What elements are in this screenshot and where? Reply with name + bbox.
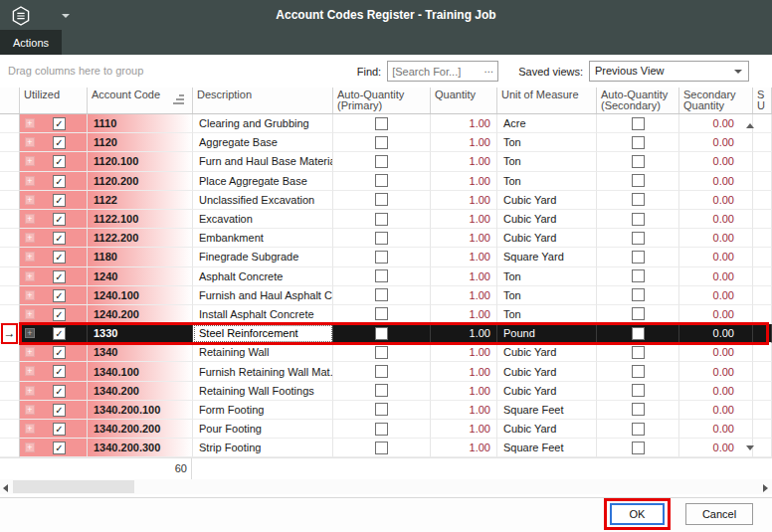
scroll-down-icon[interactable] <box>746 445 754 450</box>
auto-quantity-primary-checkbox[interactable] <box>375 403 388 416</box>
account-code-cell[interactable]: 1340 <box>88 343 193 362</box>
quantity-cell[interactable]: 1.00 <box>431 133 497 152</box>
description-cell[interactable]: Finegrade Subgrade <box>193 248 333 266</box>
auto-quantity-primary-cell[interactable] <box>333 362 431 381</box>
utilized-checkbox[interactable] <box>53 423 66 436</box>
row-indicator-cell[interactable] <box>0 439 20 457</box>
row-indicator-cell[interactable] <box>0 210 20 229</box>
auto-quantity-primary-cell[interactable] <box>333 172 431 191</box>
auto-quantity-primary-cell[interactable] <box>333 229 431 248</box>
secondary-quantity-cell[interactable]: 0.00 <box>679 267 753 286</box>
table-row[interactable]: +1120Aggregate Base1.00Ton0.00 <box>0 133 772 152</box>
column-header-indicator[interactable] <box>0 88 20 113</box>
row-indicator-cell[interactable] <box>0 248 20 266</box>
secondary-quantity-cell[interactable]: 0.00 <box>679 439 753 457</box>
search-input[interactable] <box>392 63 480 80</box>
utilized-checkbox[interactable] <box>53 385 66 398</box>
column-header-secondary-quantity[interactable]: Secondary Quantity <box>679 88 753 113</box>
description-cell[interactable]: Pour Footing <box>193 420 333 439</box>
auto-quantity-secondary-checkbox[interactable] <box>632 155 645 168</box>
column-header-auto-quantity-secondary-[interactable]: Auto-Quantity (Secondary) <box>597 88 679 113</box>
auto-quantity-secondary-checkbox[interactable] <box>632 365 645 378</box>
account-code-cell[interactable]: 1340.200.300 <box>88 439 193 457</box>
quantity-cell[interactable]: 1.00 <box>431 343 497 362</box>
description-cell[interactable]: Embankment <box>193 229 333 248</box>
secondary-quantity-cell[interactable]: 0.00 <box>679 362 753 381</box>
row-indicator-cell[interactable] <box>0 343 20 362</box>
quantity-cell[interactable]: 1.00 <box>431 248 497 266</box>
unit-of-measure-cell[interactable]: Ton <box>497 152 597 171</box>
horizontal-scrollbar[interactable] <box>0 479 772 494</box>
unit-of-measure-cell[interactable]: Cubic Yard <box>497 191 597 210</box>
unit-of-measure-cell[interactable]: Cubic Yard <box>497 343 597 362</box>
quantity-cell[interactable]: 1.00 <box>431 362 497 381</box>
column-header-account-code[interactable]: Account Code <box>88 88 193 113</box>
secondary-quantity-cell[interactable]: 0.00 <box>679 152 753 171</box>
auto-quantity-secondary-checkbox[interactable] <box>632 346 645 359</box>
unit-of-measure-cell[interactable]: Ton <box>497 133 597 152</box>
description-cell[interactable]: Clearing and Grubbing <box>193 114 333 133</box>
unit-of-measure-cell[interactable]: Cubic Yard <box>497 382 597 401</box>
table-row[interactable]: +1340.200.200Pour Footing1.00Cubic Yard0… <box>0 420 772 439</box>
unit-of-measure-cell[interactable]: Ton <box>497 267 597 286</box>
utilized-cell[interactable]: + <box>20 324 88 343</box>
auto-quantity-primary-checkbox[interactable] <box>375 288 388 301</box>
unit-of-measure-cell[interactable]: Ton <box>497 305 597 324</box>
quantity-cell[interactable]: 1.00 <box>431 114 497 133</box>
quantity-cell[interactable]: 1.00 <box>431 324 497 343</box>
quantity-cell[interactable]: 1.00 <box>431 382 497 401</box>
auto-quantity-primary-checkbox[interactable] <box>375 193 388 206</box>
account-code-cell[interactable]: 1240.200 <box>88 305 193 324</box>
auto-quantity-secondary-cell[interactable] <box>597 267 679 286</box>
row-indicator-cell[interactable] <box>0 152 20 171</box>
table-row[interactable]: +1240.200Install Asphalt Concrete1.00Ton… <box>0 305 772 324</box>
quantity-cell[interactable]: 1.00 <box>431 286 497 305</box>
utilized-checkbox[interactable] <box>53 442 66 454</box>
column-header-auto-quantity-primary-[interactable]: Auto-Quantity (Primary) <box>333 88 431 113</box>
auto-quantity-secondary-checkbox[interactable] <box>632 136 645 149</box>
auto-quantity-primary-checkbox[interactable] <box>375 251 388 264</box>
auto-quantity-primary-checkbox[interactable] <box>375 213 388 226</box>
utilized-cell[interactable]: + <box>20 420 88 439</box>
auto-quantity-secondary-checkbox[interactable] <box>632 213 645 226</box>
unit-of-measure-cell[interactable]: Square Feet <box>497 439 597 457</box>
scroll-right-icon[interactable] <box>763 484 768 492</box>
table-row[interactable]: +1340.100Furnish Retaining Wall Mat...1.… <box>0 362 772 381</box>
unit-of-measure-cell[interactable]: Cubic Yard <box>497 229 597 248</box>
description-cell[interactable]: Install Asphalt Concrete <box>193 305 333 324</box>
cancel-button[interactable]: Cancel <box>685 503 753 525</box>
account-code-cell[interactable]: 1330 <box>88 324 193 343</box>
account-code-cell[interactable]: 1340.200.200 <box>88 420 193 439</box>
auto-quantity-primary-cell[interactable] <box>333 114 431 133</box>
expand-row-icon[interactable]: + <box>25 424 35 434</box>
expand-row-icon[interactable]: + <box>25 290 35 300</box>
table-row[interactable]: +1340.200.100Form Footing1.00Square Feet… <box>0 401 772 420</box>
secondary-quantity-cell[interactable]: 0.00 <box>679 343 753 362</box>
auto-quantity-secondary-cell[interactable] <box>597 401 679 420</box>
utilized-cell[interactable]: + <box>20 362 88 381</box>
table-row[interactable]: +1340Retaining Wall1.00Cubic Yard0.00 <box>0 343 772 362</box>
description-cell[interactable]: Aggregate Base <box>193 133 333 152</box>
expand-row-icon[interactable]: + <box>25 405 35 415</box>
expand-row-icon[interactable]: + <box>25 195 35 205</box>
auto-quantity-secondary-cell[interactable] <box>597 324 679 343</box>
description-cell[interactable]: Excavation <box>193 210 333 229</box>
auto-quantity-secondary-checkbox[interactable] <box>632 288 645 301</box>
auto-quantity-primary-cell[interactable] <box>333 420 431 439</box>
auto-quantity-secondary-checkbox[interactable] <box>632 174 645 187</box>
quantity-cell[interactable]: 1.00 <box>431 210 497 229</box>
column-header-quantity[interactable]: Quantity <box>431 88 497 113</box>
search-options-ellipsis-icon[interactable]: … <box>483 64 494 75</box>
utilized-checkbox[interactable] <box>53 289 66 302</box>
secondary-quantity-cell[interactable]: 0.00 <box>679 114 753 133</box>
quantity-cell[interactable]: 1.00 <box>431 420 497 439</box>
quantity-cell[interactable]: 1.00 <box>431 152 497 171</box>
utilized-checkbox[interactable] <box>53 270 66 283</box>
row-indicator-cell[interactable] <box>0 382 20 401</box>
secondary-quantity-cell[interactable]: 0.00 <box>679 172 753 191</box>
description-cell[interactable]: Furn and Haul Base Material <box>193 152 333 171</box>
auto-quantity-primary-cell[interactable] <box>333 286 431 305</box>
secondary-quantity-cell[interactable]: 0.00 <box>679 324 753 343</box>
expand-row-icon[interactable]: + <box>25 233 35 243</box>
expand-row-icon[interactable]: + <box>25 386 35 396</box>
